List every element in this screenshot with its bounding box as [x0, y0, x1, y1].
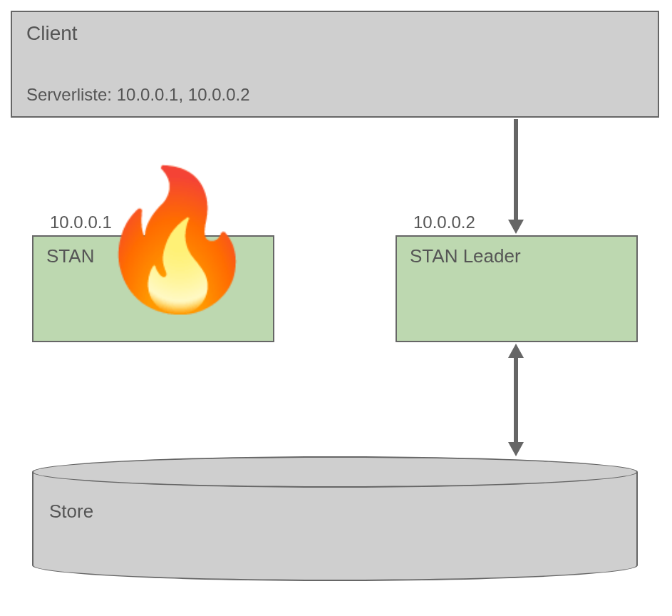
arrow-leader-to-store — [514, 356, 518, 443]
arrow-client-to-leader-head — [508, 220, 524, 234]
arrow-leader-store-head-down — [508, 442, 524, 456]
client-box: Client Serverliste: 10.0.0.1, 10.0.0.2 — [11, 11, 659, 118]
fire-icon: 🔥 — [93, 171, 262, 307]
store-label: Store — [49, 500, 93, 523]
arrow-leader-store-head-up — [508, 344, 524, 358]
stan-node-2: STAN Leader — [396, 235, 638, 342]
client-title: Client — [26, 22, 643, 45]
node2-ip-label: 10.0.0.2 — [413, 212, 475, 232]
client-serverlist: Serverliste: 10.0.0.1, 10.0.0.2 — [26, 85, 250, 105]
stan-node-2-label: STAN Leader — [410, 245, 521, 267]
stan-node-1-label: STAN — [46, 245, 94, 267]
store-cylinder: Store — [32, 456, 638, 581]
arrow-client-to-leader — [514, 119, 518, 221]
